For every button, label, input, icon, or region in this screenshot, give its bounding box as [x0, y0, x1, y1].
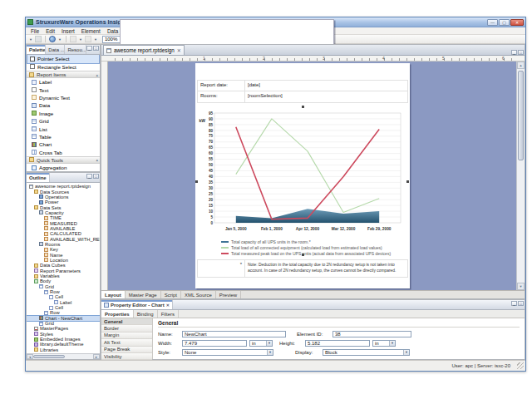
maximize-view-icon[interactable]: □ — [518, 50, 524, 55]
width-field[interactable] — [182, 340, 247, 347]
menu-element[interactable]: Element — [78, 28, 104, 34]
height-field[interactable] — [305, 340, 370, 347]
undo-dropdown-icon[interactable]: ▼ — [79, 37, 82, 42]
report-page[interactable]: Report date:[date]Rooms:[roomSelection] … — [195, 63, 410, 288]
selection-handle-top[interactable] — [302, 106, 304, 108]
minimize-view-icon[interactable]: ▁ — [86, 174, 92, 179]
category-border[interactable]: Border — [101, 325, 152, 332]
editor-tab-layout[interactable]: Layout — [101, 291, 126, 298]
note-text-cell[interactable]: Note: Deduction in the total capacity du… — [245, 260, 407, 277]
selection-handle-bottom[interactable] — [302, 254, 304, 256]
palette-item-text[interactable]: Text — [27, 86, 100, 93]
outline-horizontal-scrollbar[interactable]: ◄ ► — [27, 353, 100, 359]
name-field[interactable] — [182, 331, 286, 337]
palette-item-image[interactable]: Image — [27, 110, 100, 117]
tab-outline[interactable]: Outline — [27, 173, 50, 182]
resize-grip-icon[interactable] — [517, 362, 524, 369]
report-field-row[interactable]: Report date:[date] — [198, 81, 407, 91]
palette-item-grid[interactable]: Grid — [27, 117, 100, 125]
palette-item-list[interactable]: List — [27, 125, 100, 132]
minimize-view-icon[interactable]: ▁ — [511, 50, 517, 55]
chevron-down-icon[interactable]: ▼ — [267, 350, 273, 355]
category-margin[interactable]: Margin — [101, 332, 152, 339]
editor-tab-script[interactable]: Script — [161, 291, 181, 298]
palette-tab-resou[interactable]: Resou... — [65, 45, 86, 54]
chevron-down-icon[interactable]: ▼ — [403, 350, 409, 355]
redo-button[interactable] — [85, 36, 91, 42]
maximize-button[interactable]: ▢ — [499, 19, 510, 26]
tab-report-design[interactable]: awesome report.rptdesign ✕ — [103, 45, 185, 55]
maximize-view-icon[interactable]: □ — [93, 174, 99, 179]
chevron-down-icon[interactable]: ▼ — [389, 341, 395, 346]
category-general[interactable]: General — [101, 318, 152, 325]
collapse-icon[interactable]: ▴ — [96, 157, 98, 162]
selection-handle-left[interactable] — [195, 180, 198, 183]
palette-section-report-items[interactable]: Report Items▴ — [27, 71, 100, 78]
height-unit-select[interactable]: in▼ — [372, 340, 396, 347]
preview-button[interactable] — [49, 36, 56, 42]
palette-tab-data[interactable]: Data ... — [46, 45, 65, 54]
header-grid[interactable]: Report date:[date]Rooms:[roomSelection] — [197, 80, 408, 103]
width-unit-select[interactable]: in▼ — [249, 340, 273, 347]
new-dropdown-icon[interactable]: ▼ — [29, 37, 32, 42]
close-tab-icon[interactable]: ✕ — [177, 47, 181, 53]
menu-insert[interactable]: Insert — [58, 28, 78, 34]
palette-item-data[interactable]: Data — [27, 101, 100, 109]
palette-tab-palette[interactable]: Palette — [27, 45, 46, 54]
subtab-binding[interactable]: Binding — [134, 310, 158, 318]
minimize-view-icon[interactable]: ▁ — [86, 46, 92, 51]
subtab-properties[interactable]: Properties — [101, 310, 134, 318]
minimize-button[interactable]: — — [487, 19, 498, 26]
scrollbar-thumb[interactable] — [518, 71, 524, 160]
close-tab-icon[interactable]: ✕ — [166, 303, 170, 308]
menu-file[interactable]: File — [27, 28, 42, 34]
close-button[interactable]: ✕ — [510, 19, 524, 26]
report-field-row[interactable]: Rooms:[roomSelection] — [198, 91, 407, 102]
scroll-left-icon[interactable]: ◄ — [27, 354, 33, 359]
maximize-view-icon[interactable]: □ — [518, 301, 524, 306]
chevron-down-icon[interactable]: ▼ — [266, 341, 272, 346]
selection-handle-right[interactable] — [406, 180, 409, 183]
palette-item-dynamic-text[interactable]: Dynamic Text — [27, 94, 100, 101]
note-marker-cell[interactable]: * — [198, 260, 245, 277]
undo-button[interactable] — [70, 36, 76, 42]
maximize-view-icon[interactable]: □ — [93, 46, 99, 51]
field-value-cell[interactable]: [date] — [245, 81, 407, 91]
style-select[interactable]: None▼ — [182, 349, 273, 356]
menu-data[interactable]: Data — [104, 28, 121, 34]
editor-tab-preview[interactable]: Preview — [216, 291, 241, 298]
palette-item-label[interactable]: Label — [27, 78, 100, 86]
chart-element[interactable]: 05101520253035404550556065707580859095kW… — [198, 108, 407, 256]
redo-dropdown-icon[interactable]: ▼ — [94, 37, 97, 42]
scroll-down-icon[interactable]: ▼ — [517, 283, 525, 290]
minimize-view-icon[interactable]: ▁ — [511, 301, 517, 306]
preview-dropdown-icon[interactable]: ▼ — [58, 37, 62, 42]
scroll-up-icon[interactable]: ▲ — [517, 62, 525, 69]
palette-tool-pointer-select[interactable]: Pointer Select — [27, 55, 99, 63]
category-alt-text[interactable]: Alt Text — [101, 339, 152, 346]
editor-tab-xml-source[interactable]: XML Source — [181, 291, 216, 298]
field-label-cell[interactable]: Report date: — [198, 81, 245, 91]
design-canvas[interactable]: Report date:[date]Rooms:[roomSelection] … — [101, 62, 525, 290]
menu-edit[interactable]: Edit — [42, 28, 58, 34]
note-grid[interactable]: * Note: Deduction in the total capacity … — [197, 259, 408, 278]
display-select[interactable]: Block▼ — [323, 349, 410, 356]
field-value-cell[interactable]: [roomSelection] — [245, 91, 407, 102]
editor-tab-master-page[interactable]: Master Page — [126, 291, 161, 298]
outline-item-awesome-report-rptdesign[interactable]: awesome report.rptdesign — [27, 184, 100, 189]
palette-item-cross-tab[interactable]: Cross Tab — [27, 149, 100, 156]
save-button[interactable] — [35, 36, 42, 42]
palette-item-aggregation[interactable]: Aggregation — [27, 164, 100, 171]
palette-item-table[interactable]: Table — [27, 133, 100, 140]
collapse-icon[interactable]: ▴ — [96, 72, 98, 77]
palette-section-quick-tools[interactable]: Quick Tools▴ — [27, 156, 100, 164]
palette-item-chart[interactable]: Chart — [27, 140, 100, 148]
canvas-vertical-scrollbar[interactable]: ▲ ▼ — [516, 62, 525, 290]
category-page-break[interactable]: Page Break — [101, 347, 152, 353]
scroll-right-icon[interactable]: ► — [93, 354, 100, 359]
element-id-field[interactable] — [332, 331, 411, 337]
subtab-filters[interactable]: Filters — [158, 310, 179, 318]
palette-tool-rectangle-select[interactable]: Rectangle Select — [27, 63, 99, 71]
tab-property-editor[interactable]: Property Editor - Chart ✕ — [101, 300, 173, 309]
scrollbar-thumb[interactable] — [33, 355, 65, 358]
